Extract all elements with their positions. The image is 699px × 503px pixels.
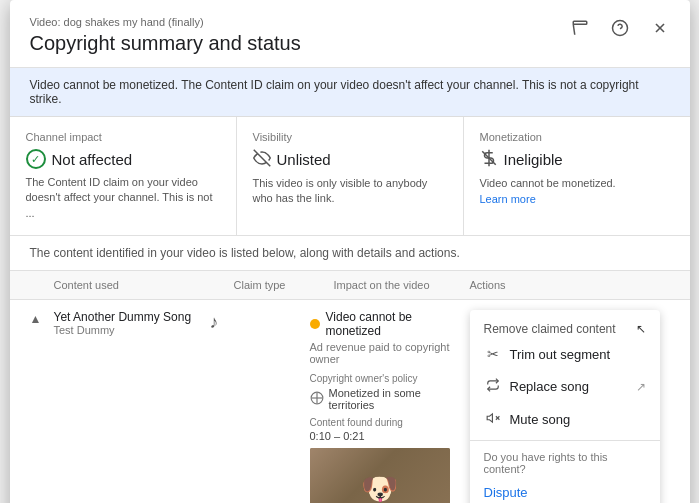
content-author: Test Dummy (54, 324, 210, 336)
channel-impact-label: Channel impact (26, 131, 220, 143)
monetization-desc: Video cannot be monetized. (480, 176, 674, 191)
replace-icon (484, 378, 502, 395)
monetization-label: Monetization (480, 131, 674, 143)
policy-icon (310, 391, 324, 407)
rights-label: Do you have rights to this content? (470, 445, 660, 479)
table-row: ▲ Yet Another Dummy Song Test Dummy ♪ Vi… (10, 300, 690, 503)
visibility-desc: This video is only visible to anybody wh… (253, 176, 447, 207)
learn-more-link[interactable]: Learn more (480, 193, 536, 205)
flag-icon[interactable] (566, 14, 594, 42)
header-icons (566, 14, 674, 42)
mute-icon (484, 411, 502, 428)
visibility-label: Visibility (253, 131, 447, 143)
external-link-icon: ↗ (636, 380, 646, 394)
content-found-value: 0:10 – 0:21 (310, 430, 470, 442)
section-description: The content identified in your video is … (10, 236, 690, 271)
unlisted-icon (253, 149, 271, 170)
alert-bar: Video cannot be monetized. The Content I… (10, 68, 690, 117)
mute-song-label: Mute song (510, 412, 646, 427)
svg-marker-9 (487, 414, 492, 422)
impact-sub: Ad revenue paid to copyright owner (310, 341, 470, 365)
mute-song-item[interactable]: Mute song (470, 403, 660, 436)
dropdown-divider (470, 440, 660, 441)
channel-impact-status: ✓ Not affected (26, 149, 220, 169)
video-thumbnail: 🐶 ▶ 🔊 0:10 / 0:32 ⚙ (310, 448, 450, 503)
channel-impact-card: Channel impact ✓ Not affected The Conten… (10, 117, 237, 235)
check-circle-icon: ✓ (26, 149, 46, 169)
visibility-status: Unlisted (253, 149, 447, 170)
cursor-indicator: ↖ (636, 322, 646, 336)
video-inner: 🐶 (310, 448, 450, 503)
scissors-icon: ✂ (484, 346, 502, 362)
table-header: Content used Claim type Impact on the vi… (10, 271, 690, 300)
actions-dropdown: Remove claimed content ↖ ✂ Trim out segm… (470, 310, 660, 503)
dialog: Video: dog shakes my hand (finally) Copy… (10, 0, 690, 503)
svg-rect-0 (573, 21, 587, 24)
policy-value: Monetized in some territories (310, 387, 470, 411)
help-icon[interactable] (606, 14, 634, 42)
col-header-content: Content used (54, 279, 234, 291)
music-note-icon: ♪ (210, 312, 219, 333)
visibility-card: Visibility Unlisted This video is only v… (237, 117, 464, 235)
remove-label: Remove claimed content (470, 316, 660, 338)
trim-segment-label: Trim out segment (510, 347, 646, 362)
col-header-impact: Impact on the video (334, 279, 470, 291)
trim-segment-item[interactable]: ✂ Trim out segment (470, 338, 660, 370)
claim-type-col: ♪ (210, 310, 310, 333)
status-dot (310, 319, 320, 329)
dog-image: 🐶 (310, 448, 450, 503)
close-icon[interactable] (646, 14, 674, 42)
content-info: Yet Another Dummy Song Test Dummy (54, 310, 210, 336)
dispute-button[interactable]: Dispute (470, 479, 660, 503)
monetization-card: Monetization Ineligible Video cannot be … (464, 117, 690, 235)
dialog-header: Video: dog shakes my hand (finally) Copy… (10, 0, 690, 68)
policy-label: Copyright owner's policy (310, 373, 470, 384)
col-header-actions: Actions (470, 279, 670, 291)
replace-song-label: Replace song (510, 379, 628, 394)
content-name: Yet Another Dummy Song (54, 310, 210, 324)
channel-impact-desc: The Content ID claim on your video doesn… (26, 175, 220, 221)
ineligible-icon (480, 149, 498, 170)
monetization-status: Ineligible (480, 149, 674, 170)
impact-col: Video cannot be monetized Ad revenue pai… (310, 310, 470, 503)
replace-song-item[interactable]: Replace song ↗ (470, 370, 660, 403)
content-found-label: Content found during (310, 417, 470, 428)
impact-status: Video cannot be monetized (310, 310, 470, 338)
expand-toggle[interactable]: ▲ (30, 312, 54, 326)
col-header-claim: Claim type (234, 279, 334, 291)
policy-section: Copyright owner's policy Monetized in so… (310, 373, 470, 411)
cards-row: Channel impact ✓ Not affected The Conten… (10, 117, 690, 236)
